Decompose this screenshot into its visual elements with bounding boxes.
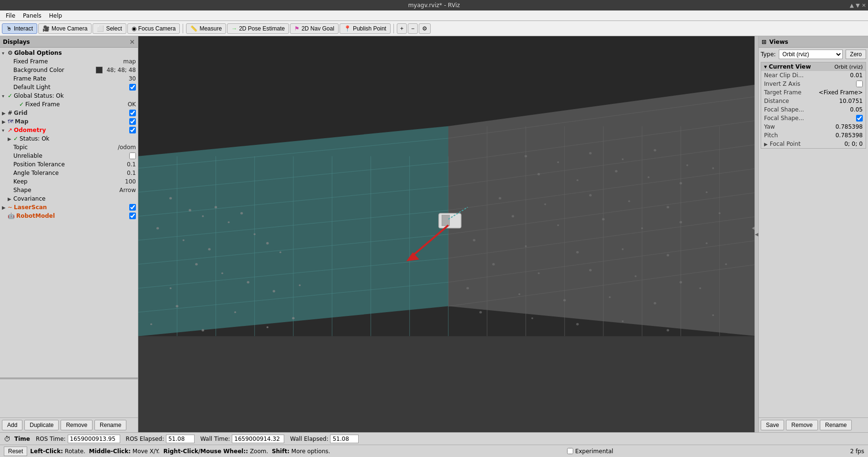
views-prop-pitch[interactable]: Pitch 0.785398: [761, 131, 866, 140]
current-view-header[interactable]: ▾ Current View Orbit (rviz): [761, 62, 866, 71]
close-icon[interactable]: ✕: [862, 2, 866, 9]
tree-item-robotmodel[interactable]: 🤖 RobotModel: [0, 212, 138, 220]
rename-view-button[interactable]: Rename: [820, 420, 852, 430]
views-prop-focal-shape-1[interactable]: Focal Shape... 0.05: [761, 105, 866, 114]
maximize-icon[interactable]: ▼: [856, 2, 859, 9]
remove-display-button[interactable]: Remove: [61, 420, 93, 430]
position-tolerance-value: 0.1: [127, 161, 136, 168]
views-icon: ⊞: [762, 39, 766, 45]
tree-item-background-color[interactable]: Background Color 48; 48; 48: [0, 66, 138, 74]
pose-estimate-button[interactable]: → 2D Pose Estimate: [227, 23, 289, 34]
laserscan-checkbox[interactable]: [129, 204, 136, 211]
tree-item-position-tolerance[interactable]: Position Tolerance 0.1: [0, 160, 138, 169]
views-prop-focal-shape-2[interactable]: Focal Shape...: [761, 114, 866, 122]
svg-point-93: [680, 281, 682, 284]
focus-camera-button[interactable]: ◉ Focus Camera: [127, 23, 180, 34]
nav-goal-button[interactable]: ⚑ 2D Nav Goal: [290, 23, 339, 34]
background-color-swatch[interactable]: [96, 67, 103, 73]
add-display-button[interactable]: Add: [2, 420, 22, 430]
measure-button[interactable]: 📏 Measure: [186, 23, 226, 34]
topic-value: /odom: [118, 144, 136, 151]
menu-panels[interactable]: Panels: [19, 11, 45, 20]
tree-item-global-options[interactable]: ▾ ⚙ Global Options: [0, 49, 138, 57]
svg-point-48: [221, 272, 223, 274]
tree-item-default-light[interactable]: Default Light: [0, 83, 138, 91]
duplicate-display-button[interactable]: Duplicate: [24, 420, 59, 430]
svg-point-39: [228, 221, 230, 223]
experimental-section: Experimental: [567, 448, 613, 455]
interact-button[interactable]: 🖱 Interact: [2, 23, 37, 34]
svg-point-82: [719, 213, 721, 214]
frame-rate-value: 30: [129, 75, 136, 82]
tree-item-angle-tolerance[interactable]: Angle Tolerance 0.1: [0, 169, 138, 177]
3d-viewport[interactable]: ◀: [138, 36, 758, 432]
tree-item-odom-status[interactable]: ▶ ✓ Status: Ok: [0, 134, 138, 143]
menu-help[interactable]: Help: [45, 11, 66, 20]
tree-item-laserscan[interactable]: ▶ ~ LaserScan: [0, 203, 138, 212]
tree-item-grid[interactable]: ▶ # Grid: [0, 109, 138, 117]
odometry-label: Odometry: [14, 127, 127, 133]
minimize-icon[interactable]: ▲: [850, 2, 854, 9]
svg-point-59: [525, 155, 527, 157]
right-collapse-handle[interactable]: ◀: [754, 36, 758, 432]
tree-item-covariance[interactable]: ▶ Covariance: [0, 194, 138, 203]
odometry-checkbox[interactable]: [129, 127, 136, 133]
keep-value: 100: [125, 178, 136, 185]
views-prop-focal-point[interactable]: ▶ Focal Point 0; 0; 0: [761, 140, 866, 148]
invert-z-label: Invert Z Axis: [764, 81, 856, 87]
move-camera-button[interactable]: 🎥 Move Camera: [38, 23, 92, 34]
map-checkbox[interactable]: [129, 118, 136, 125]
invert-z-checkbox[interactable]: [856, 81, 863, 87]
views-prop-near-clip[interactable]: Near Clip Di... 0.01: [761, 71, 866, 80]
window-controls[interactable]: ▲ ▼ ✕: [850, 2, 866, 9]
laserscan-icon: ~: [8, 204, 12, 211]
fps-display: 2 fps: [850, 448, 864, 455]
reset-button[interactable]: Reset: [4, 447, 27, 456]
tree-item-shape[interactable]: Shape Arrow: [0, 186, 138, 194]
views-header: ⊞ Views: [759, 36, 868, 48]
robotmodel-checkbox[interactable]: [129, 213, 136, 219]
toolbar-separator-2: [393, 24, 394, 33]
grid-checkbox[interactable]: [129, 110, 136, 116]
global-options-icon: ⚙: [8, 50, 13, 56]
displays-close-icon[interactable]: ✕: [129, 38, 135, 46]
select-button[interactable]: ⬜ Select: [93, 23, 126, 34]
svg-point-60: [557, 162, 559, 163]
menu-file[interactable]: File: [2, 11, 19, 20]
svg-point-97: [563, 299, 566, 301]
tree-item-odometry[interactable]: ▾ ↗ Odometry: [0, 126, 138, 134]
displays-tree: ▾ ⚙ Global Options Fixed Frame map Backg…: [0, 48, 138, 377]
publish-point-button[interactable]: 📍 Publish Point: [340, 23, 391, 34]
views-prop-target-frame[interactable]: Target Frame <Fixed Frame>: [761, 88, 866, 97]
tree-item-keep[interactable]: Keep 100: [0, 177, 138, 186]
svg-point-102: [531, 317, 533, 319]
tree-item-global-status[interactable]: ▾ ✓ Global Status: Ok: [0, 91, 138, 100]
rename-display-button[interactable]: Rename: [94, 420, 126, 430]
svg-point-57: [202, 329, 204, 331]
views-prop-yaw[interactable]: Yaw 0.785398: [761, 122, 866, 131]
experimental-checkbox[interactable]: [567, 448, 573, 454]
current-view-label: Current View: [769, 63, 811, 70]
focal-shape-2-checkbox[interactable]: [856, 115, 863, 122]
svg-point-70: [712, 167, 714, 169]
views-type-select[interactable]: Orbit (rviz): [779, 50, 843, 59]
views-zero-button[interactable]: Zero: [846, 50, 866, 59]
remove-view-button[interactable]: Remove: [786, 420, 818, 430]
views-prop-invert-z[interactable]: Invert Z Axis: [761, 80, 866, 88]
default-light-checkbox[interactable]: [129, 84, 136, 91]
tree-item-topic[interactable]: Topic /odom: [0, 143, 138, 152]
tree-item-fixed-frame[interactable]: Fixed Frame map: [0, 57, 138, 66]
tree-item-map[interactable]: ▶ 🗺 Map: [0, 117, 138, 126]
add-icon-button[interactable]: +: [397, 23, 407, 34]
status-fixed-frame-check-icon: ✓: [19, 101, 24, 108]
remove-icon-button[interactable]: −: [408, 23, 418, 34]
tree-item-unreliable[interactable]: Unreliable: [0, 152, 138, 160]
displays-title: Displays: [3, 39, 30, 45]
unreliable-checkbox[interactable]: [129, 152, 136, 159]
views-prop-distance[interactable]: Distance 10.0751: [761, 97, 866, 105]
settings-icon-button[interactable]: ⚙: [419, 23, 431, 34]
save-view-button[interactable]: Save: [761, 420, 784, 430]
svg-point-40: [240, 212, 243, 214]
tree-item-frame-rate[interactable]: Frame Rate 30: [0, 74, 138, 83]
tree-item-status-fixed-frame[interactable]: ✓ Fixed Frame OK: [0, 100, 138, 109]
